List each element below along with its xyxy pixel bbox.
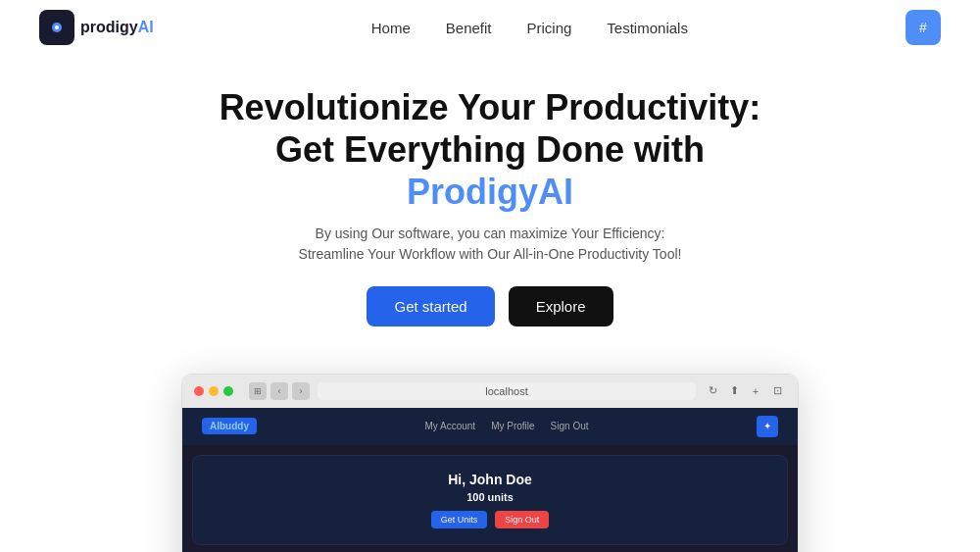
app-units-value: 100	[466, 491, 484, 503]
explore-button[interactable]: Explore	[509, 286, 613, 326]
app-navbar: AIbuddy My Account My Profile Sign Out ✦	[182, 408, 798, 445]
browser-controls: ⊞ ‹ ›	[249, 382, 310, 400]
app-content: AIbuddy My Account My Profile Sign Out ✦…	[182, 408, 798, 552]
hero-subtitle: By using Our software, you can maximize …	[284, 224, 696, 265]
app-get-units-button[interactable]: Get Units	[431, 511, 488, 528]
app-logo-ai: AI	[210, 421, 220, 431]
hero-section: Revolutionize Your Productivity: Get Eve…	[0, 55, 980, 374]
add-tab-icon[interactable]: +	[747, 382, 764, 400]
hash-icon: #	[919, 20, 927, 35]
logo-icon	[39, 10, 74, 45]
forward-button[interactable]: ›	[292, 382, 310, 400]
browser-url[interactable]: localhost	[318, 382, 696, 400]
hero-buttons: Get started Explore	[20, 286, 960, 326]
app-logo-buddy: buddy	[220, 421, 249, 431]
app-sign-out-button[interactable]: Sign Out	[495, 511, 549, 528]
app-logo: AIbuddy	[202, 418, 257, 434]
logo-text: prodigyAI	[80, 19, 154, 36]
navbar: prodigyAI Home Benefit Pricing Testimoni…	[0, 0, 980, 55]
browser-actions: ↻ ⬆ + ⊡	[704, 382, 786, 400]
hero-title-line1: Revolutionize Your Productivity:	[220, 87, 761, 127]
logo-area: prodigyAI	[39, 10, 154, 45]
nav-link-testimonials[interactable]: Testimonials	[607, 20, 688, 36]
app-nav-my-profile[interactable]: My Profile	[491, 421, 534, 431]
refresh-icon[interactable]: ↻	[704, 382, 721, 400]
back-button[interactable]: ‹	[270, 382, 288, 400]
app-units-label: units	[488, 491, 514, 503]
hero-title-line2: Get Everything Done with	[275, 129, 705, 170]
minimize-traffic-light[interactable]	[209, 386, 219, 396]
nav-link-home[interactable]: Home	[371, 20, 411, 36]
nav-cta-button[interactable]: #	[906, 10, 941, 45]
more-icon[interactable]: ⊡	[768, 382, 786, 400]
app-nav-my-account[interactable]: My Account	[424, 421, 475, 431]
nav-link-benefit[interactable]: Benefit	[446, 20, 492, 36]
nav-links: Home Benefit Pricing Testimonials	[371, 20, 688, 36]
app-nav-icon: ✦	[763, 421, 771, 431]
hero-title-brand: ProdigyAI	[407, 172, 573, 212]
maximize-traffic-light[interactable]	[223, 386, 233, 396]
share-icon[interactable]: ⬆	[725, 382, 743, 400]
app-nav-sign-out[interactable]: Sign Out	[551, 421, 589, 431]
svg-point-2	[55, 25, 59, 29]
browser-bar: ⊞ ‹ › localhost ↻ ⬆ + ⊡	[182, 375, 798, 408]
app-hero-section: Hi, John Doe 100 units Get Units Sign Ou…	[192, 455, 788, 545]
hero-title: Revolutionize Your Productivity: Get Eve…	[20, 86, 960, 214]
traffic-lights	[194, 386, 233, 396]
browser-mockup: ⊞ ‹ › localhost ↻ ⬆ + ⊡ AIbuddy My Accou…	[181, 374, 799, 552]
close-traffic-light[interactable]	[194, 386, 204, 396]
app-nav-links: My Account My Profile Sign Out	[424, 421, 588, 431]
app-units: 100 units	[209, 491, 771, 503]
nav-link-pricing[interactable]: Pricing	[527, 20, 572, 36]
app-greeting: Hi, John Doe	[209, 472, 771, 487]
app-nav-cta[interactable]: ✦	[757, 416, 778, 437]
get-started-button[interactable]: Get started	[367, 286, 494, 326]
window-ctrl-1: ⊞	[249, 382, 267, 400]
app-action-buttons: Get Units Sign Out	[209, 511, 771, 528]
